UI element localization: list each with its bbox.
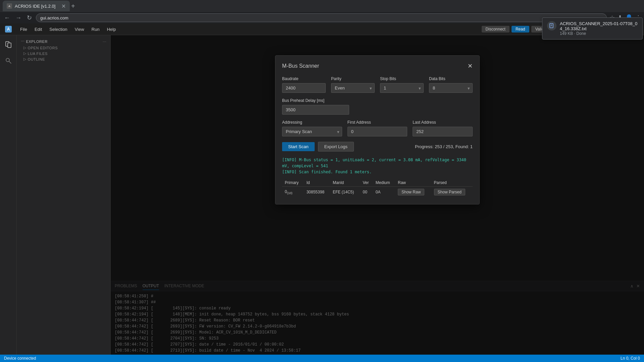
data-bits-select-wrapper: 8 7 ▾ xyxy=(429,83,473,93)
tab-close-button[interactable]: ✕ xyxy=(61,3,66,9)
preheat-group: Bus Preheat Delay [ms] xyxy=(282,98,349,115)
download-info: ACRIOS_SCANNER_2025-01-07T08_04_16.338Z.… xyxy=(560,21,638,36)
result-table-body: 0(10) 30855398 EFE (14C5) 00 0A Show Raw xyxy=(282,187,473,198)
first-address-label: First Address xyxy=(347,120,408,125)
svg-text:A: A xyxy=(7,27,10,32)
address-bar[interactable]: gui.acrios.com xyxy=(36,13,607,22)
last-address-label: Last Address xyxy=(413,120,473,125)
parity-label: Parity xyxy=(331,76,375,81)
start-scan-button[interactable]: Start Scan xyxy=(282,142,315,151)
mbus-scanner-modal: M-Bus Scanner ✕ Baudrate Parity xyxy=(275,55,480,204)
col-primary: Primary xyxy=(282,179,304,187)
cell-id: 30855398 xyxy=(304,187,330,198)
parity-select-wrapper: Even Odd None ▾ xyxy=(331,83,375,93)
parity-select[interactable]: Even Odd None xyxy=(331,83,375,93)
new-tab-button[interactable]: + xyxy=(71,2,75,10)
download-file-icon xyxy=(547,21,556,31)
explorer-section[interactable]: ⋯ EXPLORER ··· xyxy=(17,38,110,45)
outline-label: OUTLINE xyxy=(28,57,45,61)
addressing-label: Addressing xyxy=(282,120,342,125)
cell-primary: 0(10) xyxy=(282,187,304,198)
cell-medium: 0A xyxy=(373,187,395,198)
search-icon[interactable] xyxy=(2,54,15,67)
cell-raw: Show Raw xyxy=(395,187,431,198)
stop-bits-select-wrapper: 1 2 ▾ xyxy=(380,83,424,93)
last-address-input[interactable] xyxy=(413,127,473,136)
col-medium: Medium xyxy=(373,179,395,187)
svg-line-7 xyxy=(9,61,11,63)
stop-bits-select[interactable]: 1 2 xyxy=(380,83,424,93)
primary-subscript: (10) xyxy=(287,191,292,195)
menu-view[interactable]: View xyxy=(71,25,88,33)
main-content: ⋯ EXPLORER ··· ▷ OPEN EDITORS ▷ LUA FILE… xyxy=(0,35,644,355)
editor-area: M-Bus Scanner ✕ Baudrate Parity xyxy=(111,35,644,355)
tab-title: ACRIOS IDE [v1.2.0] xyxy=(15,4,55,9)
menu-run[interactable]: Run xyxy=(88,25,103,33)
col-parsed: Parsed xyxy=(431,179,473,187)
modal-close-button[interactable]: ✕ xyxy=(468,62,473,70)
baudrate-input[interactable] xyxy=(282,83,326,93)
read-button[interactable]: Read xyxy=(512,26,529,33)
info-line-1: [INFO] Scan finished. Found 1 meters. xyxy=(282,169,473,175)
modal-title: M-Bus Scanner xyxy=(282,63,319,69)
config-row-1: Baudrate Parity Even Odd None xyxy=(282,76,473,93)
baudrate-label: Baudrate xyxy=(282,76,326,81)
preheat-input[interactable] xyxy=(282,105,349,115)
show-parsed-button[interactable]: Show Parsed xyxy=(434,189,465,195)
menu-help[interactable]: Help xyxy=(104,25,119,33)
menu-file[interactable]: File xyxy=(17,25,31,33)
primary-value: 0 xyxy=(285,189,287,194)
download-meta: 149 KB · Done xyxy=(560,31,638,36)
device-status: Device connected xyxy=(4,356,36,361)
info-log: [INFO] M-Bus status = 1, unitLoads = 2, … xyxy=(282,157,473,175)
reload-button[interactable]: ↻ xyxy=(25,13,33,23)
app: A File Edit Selection View Run Help Disc… xyxy=(0,23,644,362)
modal-actions: Start Scan Export Logs Progress: 253 / 2… xyxy=(282,142,473,152)
col-raw: Raw xyxy=(395,179,431,187)
activity-bar xyxy=(0,35,17,355)
explorer-icon[interactable] xyxy=(2,38,15,51)
export-logs-button[interactable]: Export Logs xyxy=(318,142,354,152)
forward-button[interactable]: → xyxy=(14,13,23,23)
open-editors-section[interactable]: ▷ OPEN EDITORS xyxy=(17,45,110,51)
file-panel: ⋯ EXPLORER ··· ▷ OPEN EDITORS ▷ LUA FILE… xyxy=(17,35,111,355)
config-row-2: Bus Preheat Delay [ms] xyxy=(282,98,473,115)
menu-bar: File Edit Selection View Run Help xyxy=(17,25,482,33)
menu-selection[interactable]: Selection xyxy=(46,25,70,33)
parity-group: Parity Even Odd None ▾ xyxy=(331,76,375,93)
addressing-select-wrapper: Primary Scan Secondary Scan ▾ xyxy=(282,127,342,136)
browser-tab[interactable]: A ACRIOS IDE [v1.2.0] ✕ xyxy=(3,1,70,11)
data-bits-select[interactable]: 8 7 xyxy=(429,83,473,93)
last-address-group: Last Address xyxy=(413,120,473,136)
tab-bar: A ACRIOS IDE [v1.2.0] ✕ + xyxy=(0,0,644,12)
outline-section[interactable]: ▷ OUTLINE xyxy=(17,56,110,62)
lua-files-label: LUA FILES xyxy=(28,52,48,56)
svg-rect-5 xyxy=(8,43,11,48)
disconnect-button[interactable]: Disconnect xyxy=(482,26,509,33)
progress-text: Progress: 253 / 253, Found: 1 xyxy=(415,144,473,149)
addressing-select[interactable]: Primary Scan Secondary Scan xyxy=(282,127,342,136)
col-manid: ManId xyxy=(330,179,360,187)
back-button[interactable]: ← xyxy=(3,13,11,23)
tab-favicon: A xyxy=(7,3,12,9)
col-ver: Ver xyxy=(360,179,373,187)
stop-bits-group: Stop Bits 1 2 ▾ xyxy=(380,76,424,93)
preheat-label: Bus Preheat Delay [ms] xyxy=(282,98,349,103)
svg-text:A: A xyxy=(8,5,10,8)
stop-bits-label: Stop Bits xyxy=(380,76,424,81)
first-address-group: First Address xyxy=(347,120,408,136)
menu-edit[interactable]: Edit xyxy=(31,25,45,33)
status-bar: Device connected Ln 0, Col 0 xyxy=(0,355,644,362)
explorer-label: EXPLORER xyxy=(26,40,48,44)
cursor-position: Ln 0, Col 0 xyxy=(621,356,640,361)
status-right: Ln 0, Col 0 xyxy=(621,356,640,361)
cell-parsed: Show Parsed xyxy=(431,187,473,198)
cell-manid: EFE (14C5) xyxy=(330,187,360,198)
cell-ver: 00 xyxy=(360,187,373,198)
download-filename: ACRIOS_SCANNER_2025-01-07T08_04_16.338Z.… xyxy=(560,21,638,31)
modal-backdrop: M-Bus Scanner ✕ Baudrate Parity xyxy=(111,35,644,355)
lua-files-section[interactable]: ▷ LUA FILES xyxy=(17,51,110,56)
show-raw-button[interactable]: Show Raw xyxy=(398,189,424,195)
first-address-input[interactable] xyxy=(347,127,408,136)
app-logo: A xyxy=(0,23,17,35)
